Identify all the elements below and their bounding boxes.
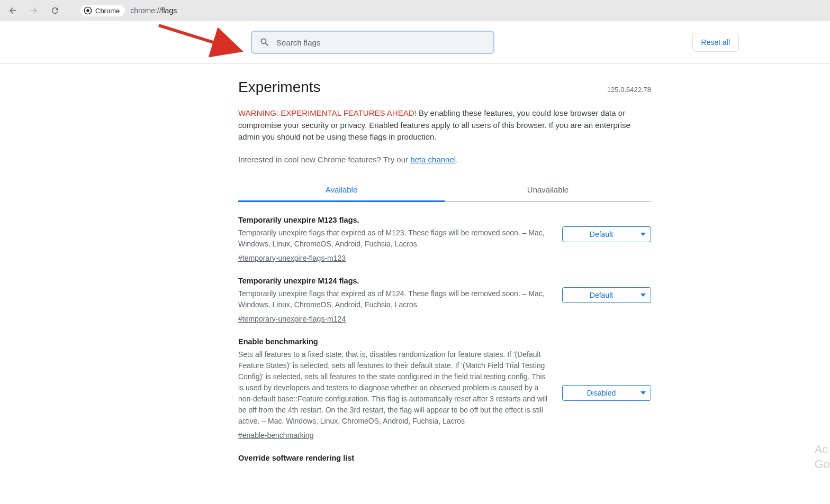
flag-item: Temporarily unexpire M123 flags. Tempora… bbox=[238, 216, 651, 263]
flag-anchor-link[interactable]: #enable-benchmarking bbox=[238, 431, 313, 439]
flag-title: Temporarily unexpire M124 flags. bbox=[238, 277, 552, 285]
url-text: chrome://flags bbox=[130, 6, 177, 15]
tab-unavailable[interactable]: Unavailable bbox=[445, 179, 651, 201]
address-bar[interactable]: Chrome chrome://flags bbox=[77, 3, 825, 19]
svg-point-1 bbox=[86, 9, 89, 12]
flag-desc: Temporarily unexpire flags that expired … bbox=[238, 288, 552, 310]
flag-item: Enable benchmarking Sets all features to… bbox=[238, 337, 651, 440]
flag-item: Temporarily unexpire M124 flags. Tempora… bbox=[238, 277, 651, 324]
interest-text: Interested in cool new Chrome features? … bbox=[238, 155, 651, 164]
flag-title: Temporarily unexpire M123 flags. bbox=[238, 216, 552, 224]
flag-select[interactable]: Disabled bbox=[562, 385, 651, 401]
reload-button[interactable] bbox=[48, 3, 62, 18]
reset-all-button[interactable]: Reset all bbox=[692, 33, 739, 52]
arrow-right-icon bbox=[29, 6, 39, 15]
chrome-label: Chrome bbox=[95, 7, 120, 15]
flag-title: Override software rendering list bbox=[238, 454, 651, 462]
flag-title: Enable benchmarking bbox=[238, 337, 552, 346]
version-label: 125.0.6422.78 bbox=[607, 86, 651, 94]
tab-available[interactable]: Available bbox=[238, 179, 445, 202]
flag-anchor-link[interactable]: #temporary-unexpire-flags-m123 bbox=[238, 254, 346, 262]
flag-desc: Sets all features to a fixed state; that… bbox=[238, 349, 552, 427]
page-title: Experiments bbox=[238, 79, 321, 96]
back-button[interactable] bbox=[5, 3, 20, 18]
warning-text: WARNING: EXPERIMENTAL FEATURES AHEAD! By… bbox=[238, 107, 651, 143]
tabs: Available Unavailable bbox=[238, 179, 651, 202]
search-input[interactable] bbox=[276, 38, 486, 47]
watermark: Ac Go bbox=[813, 442, 830, 462]
flag-item: Override software rendering list bbox=[238, 454, 651, 462]
chrome-pill: Chrome bbox=[80, 5, 125, 16]
arrow-left-icon bbox=[8, 6, 17, 15]
flag-anchor-link[interactable]: #temporary-unexpire-flags-m124 bbox=[238, 315, 346, 323]
flag-desc: Temporarily unexpire flags that expired … bbox=[238, 227, 552, 250]
search-icon bbox=[259, 37, 270, 48]
forward-button[interactable] bbox=[26, 3, 41, 18]
beta-channel-link[interactable]: beta channel bbox=[410, 155, 456, 164]
search-row: Reset all bbox=[0, 21, 830, 64]
browser-toolbar: Chrome chrome://flags bbox=[0, 0, 830, 21]
main-content: Experiments 125.0.6422.78 WARNING: EXPER… bbox=[238, 64, 651, 462]
svg-line-2 bbox=[159, 25, 240, 51]
search-box[interactable] bbox=[251, 31, 494, 54]
chrome-icon bbox=[84, 6, 92, 15]
annotation-arrow bbox=[157, 23, 247, 59]
reload-icon bbox=[50, 6, 60, 15]
flag-select[interactable]: Default bbox=[562, 287, 651, 303]
flag-select[interactable]: Default bbox=[562, 226, 651, 242]
